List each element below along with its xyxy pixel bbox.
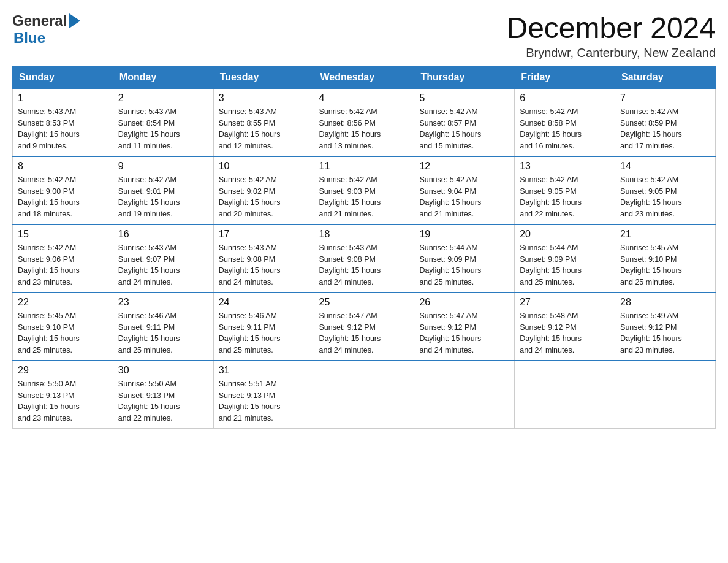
calendar-week-2: 8 Sunrise: 5:42 AMSunset: 9:00 PMDayligh… bbox=[13, 156, 716, 224]
day-number: 19 bbox=[419, 229, 509, 240]
calendar-cell: 28 Sunrise: 5:49 AMSunset: 9:12 PMDaylig… bbox=[615, 293, 716, 361]
day-number: 7 bbox=[620, 93, 710, 104]
col-saturday: Saturday bbox=[615, 66, 716, 88]
day-number: 11 bbox=[319, 161, 409, 172]
day-info: Sunrise: 5:43 AMSunset: 9:08 PMDaylight:… bbox=[319, 243, 381, 286]
calendar-cell: 7 Sunrise: 5:42 AMSunset: 8:59 PMDayligh… bbox=[615, 88, 716, 156]
logo-triangle-icon bbox=[69, 13, 80, 28]
day-number: 4 bbox=[319, 93, 409, 104]
day-number: 2 bbox=[118, 93, 208, 104]
day-number: 25 bbox=[319, 297, 409, 308]
day-number: 13 bbox=[520, 161, 610, 172]
day-info: Sunrise: 5:42 AMSunset: 9:05 PMDaylight:… bbox=[620, 175, 682, 218]
col-monday: Monday bbox=[113, 66, 213, 88]
calendar-cell bbox=[414, 361, 515, 429]
calendar-cell: 29 Sunrise: 5:50 AMSunset: 9:13 PMDaylig… bbox=[13, 361, 113, 429]
day-info: Sunrise: 5:42 AMSunset: 9:06 PMDaylight:… bbox=[18, 243, 80, 286]
day-info: Sunrise: 5:45 AMSunset: 9:10 PMDaylight:… bbox=[620, 243, 682, 286]
day-info: Sunrise: 5:44 AMSunset: 9:09 PMDaylight:… bbox=[419, 243, 481, 286]
calendar-cell: 10 Sunrise: 5:42 AMSunset: 9:02 PMDaylig… bbox=[213, 156, 314, 224]
day-number: 3 bbox=[219, 93, 309, 104]
day-info: Sunrise: 5:46 AMSunset: 9:11 PMDaylight:… bbox=[118, 312, 180, 354]
day-number: 29 bbox=[18, 365, 108, 376]
day-info: Sunrise: 5:43 AMSunset: 9:08 PMDaylight:… bbox=[219, 243, 281, 286]
day-number: 10 bbox=[219, 161, 309, 172]
day-number: 28 bbox=[620, 297, 710, 308]
day-info: Sunrise: 5:50 AMSunset: 9:13 PMDaylight:… bbox=[118, 380, 180, 423]
calendar-cell: 24 Sunrise: 5:46 AMSunset: 9:11 PMDaylig… bbox=[213, 293, 314, 361]
day-number: 24 bbox=[219, 297, 309, 308]
calendar-cell: 19 Sunrise: 5:44 AMSunset: 9:09 PMDaylig… bbox=[414, 224, 515, 293]
calendar-table: Sunday Monday Tuesday Wednesday Thursday… bbox=[12, 66, 716, 429]
day-number: 12 bbox=[419, 161, 509, 172]
calendar-cell: 4 Sunrise: 5:42 AMSunset: 8:56 PMDayligh… bbox=[314, 88, 414, 156]
day-info: Sunrise: 5:48 AMSunset: 9:12 PMDaylight:… bbox=[520, 312, 582, 354]
day-info: Sunrise: 5:42 AMSunset: 8:59 PMDaylight:… bbox=[620, 107, 682, 150]
day-info: Sunrise: 5:42 AMSunset: 9:03 PMDaylight:… bbox=[319, 175, 381, 218]
logo-blue-text: Blue bbox=[13, 29, 45, 47]
day-number: 9 bbox=[118, 161, 208, 172]
calendar-cell: 12 Sunrise: 5:42 AMSunset: 9:04 PMDaylig… bbox=[414, 156, 515, 224]
day-info: Sunrise: 5:42 AMSunset: 8:56 PMDaylight:… bbox=[319, 107, 381, 150]
day-number: 27 bbox=[520, 297, 610, 308]
calendar-cell: 3 Sunrise: 5:43 AMSunset: 8:55 PMDayligh… bbox=[213, 88, 314, 156]
day-info: Sunrise: 5:50 AMSunset: 9:13 PMDaylight:… bbox=[18, 380, 80, 423]
logo-general-text: General bbox=[12, 12, 67, 29]
day-info: Sunrise: 5:43 AMSunset: 8:54 PMDaylight:… bbox=[118, 107, 180, 150]
calendar-cell: 5 Sunrise: 5:42 AMSunset: 8:57 PMDayligh… bbox=[414, 88, 515, 156]
day-info: Sunrise: 5:44 AMSunset: 9:09 PMDaylight:… bbox=[520, 243, 582, 286]
day-info: Sunrise: 5:42 AMSunset: 8:58 PMDaylight:… bbox=[520, 107, 582, 150]
page-header: General Blue December 2024 Bryndwr, Cant… bbox=[12, 12, 716, 60]
calendar-week-4: 22 Sunrise: 5:45 AMSunset: 9:10 PMDaylig… bbox=[13, 293, 716, 361]
day-info: Sunrise: 5:49 AMSunset: 9:12 PMDaylight:… bbox=[620, 312, 682, 354]
day-number: 20 bbox=[520, 229, 610, 240]
month-title: December 2024 bbox=[506, 12, 716, 45]
calendar-cell: 20 Sunrise: 5:44 AMSunset: 9:09 PMDaylig… bbox=[515, 224, 615, 293]
day-number: 17 bbox=[219, 229, 309, 240]
calendar-cell: 27 Sunrise: 5:48 AMSunset: 9:12 PMDaylig… bbox=[515, 293, 615, 361]
day-info: Sunrise: 5:42 AMSunset: 9:02 PMDaylight:… bbox=[219, 175, 281, 218]
day-info: Sunrise: 5:47 AMSunset: 9:12 PMDaylight:… bbox=[419, 312, 481, 354]
logo: General Blue bbox=[12, 12, 80, 47]
day-number: 15 bbox=[18, 229, 108, 240]
calendar-cell: 23 Sunrise: 5:46 AMSunset: 9:11 PMDaylig… bbox=[113, 293, 213, 361]
calendar-cell: 14 Sunrise: 5:42 AMSunset: 9:05 PMDaylig… bbox=[615, 156, 716, 224]
day-info: Sunrise: 5:47 AMSunset: 9:12 PMDaylight:… bbox=[319, 312, 381, 354]
calendar-cell: 8 Sunrise: 5:42 AMSunset: 9:00 PMDayligh… bbox=[13, 156, 113, 224]
day-number: 21 bbox=[620, 229, 710, 240]
calendar-cell: 9 Sunrise: 5:42 AMSunset: 9:01 PMDayligh… bbox=[113, 156, 213, 224]
calendar-cell: 26 Sunrise: 5:47 AMSunset: 9:12 PMDaylig… bbox=[414, 293, 515, 361]
day-number: 8 bbox=[18, 161, 108, 172]
col-friday: Friday bbox=[515, 66, 615, 88]
day-number: 30 bbox=[118, 365, 208, 376]
col-tuesday: Tuesday bbox=[213, 66, 314, 88]
title-block: December 2024 Bryndwr, Canterbury, New Z… bbox=[506, 12, 716, 60]
day-info: Sunrise: 5:42 AMSunset: 9:00 PMDaylight:… bbox=[18, 175, 80, 218]
col-thursday: Thursday bbox=[414, 66, 515, 88]
day-info: Sunrise: 5:42 AMSunset: 9:01 PMDaylight:… bbox=[118, 175, 180, 218]
calendar-cell bbox=[515, 361, 615, 429]
day-number: 23 bbox=[118, 297, 208, 308]
col-sunday: Sunday bbox=[13, 66, 113, 88]
calendar-cell: 15 Sunrise: 5:42 AMSunset: 9:06 PMDaylig… bbox=[13, 224, 113, 293]
calendar-cell bbox=[314, 361, 414, 429]
day-number: 6 bbox=[520, 93, 610, 104]
day-info: Sunrise: 5:42 AMSunset: 9:05 PMDaylight:… bbox=[520, 175, 582, 218]
calendar-week-5: 29 Sunrise: 5:50 AMSunset: 9:13 PMDaylig… bbox=[13, 361, 716, 429]
calendar-cell: 25 Sunrise: 5:47 AMSunset: 9:12 PMDaylig… bbox=[314, 293, 414, 361]
calendar-cell: 22 Sunrise: 5:45 AMSunset: 9:10 PMDaylig… bbox=[13, 293, 113, 361]
calendar-cell: 21 Sunrise: 5:45 AMSunset: 9:10 PMDaylig… bbox=[615, 224, 716, 293]
day-info: Sunrise: 5:46 AMSunset: 9:11 PMDaylight:… bbox=[219, 312, 281, 354]
day-info: Sunrise: 5:43 AMSunset: 8:53 PMDaylight:… bbox=[18, 107, 80, 150]
calendar-cell: 16 Sunrise: 5:43 AMSunset: 9:07 PMDaylig… bbox=[113, 224, 213, 293]
day-number: 1 bbox=[18, 93, 108, 104]
calendar-cell: 17 Sunrise: 5:43 AMSunset: 9:08 PMDaylig… bbox=[213, 224, 314, 293]
day-info: Sunrise: 5:43 AMSunset: 9:07 PMDaylight:… bbox=[118, 243, 180, 286]
calendar-cell: 13 Sunrise: 5:42 AMSunset: 9:05 PMDaylig… bbox=[515, 156, 615, 224]
calendar-cell: 30 Sunrise: 5:50 AMSunset: 9:13 PMDaylig… bbox=[113, 361, 213, 429]
calendar-cell: 18 Sunrise: 5:43 AMSunset: 9:08 PMDaylig… bbox=[314, 224, 414, 293]
day-number: 5 bbox=[419, 93, 509, 104]
calendar-cell: 31 Sunrise: 5:51 AMSunset: 9:13 PMDaylig… bbox=[213, 361, 314, 429]
day-number: 22 bbox=[18, 297, 108, 308]
day-number: 18 bbox=[319, 229, 409, 240]
